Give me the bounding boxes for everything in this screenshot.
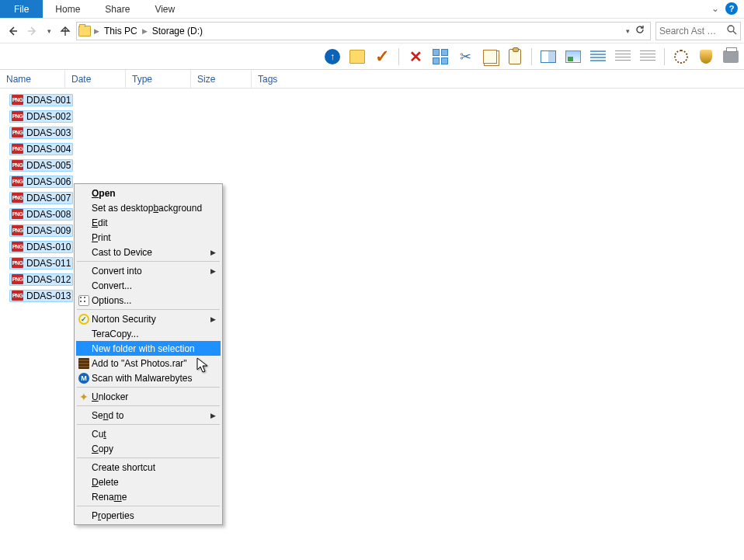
ctx-copy[interactable]: Copy [76,441,221,456]
submenu-arrow-icon: ▶ [210,267,216,275]
column-name[interactable]: Name [0,70,65,88]
file-item[interactable]: PNGDDAS-002 [9,108,744,124]
file-name: DDAS-005 [26,160,71,171]
png-icon: PNG [12,225,23,235]
ctx-add-to-rar[interactable]: Add to "Ast Photos.rar" [76,356,221,370]
details-view-icon[interactable] [639,48,656,65]
ctx-teracopy[interactable]: TeraCopy... [76,326,221,341]
png-icon: PNG [12,209,23,219]
ctx-rename[interactable]: Rename [76,489,221,504]
unlocker-icon: ✦ [78,391,90,403]
ctx-norton-security[interactable]: Norton Security▶ [76,311,221,326]
file-name: DDAS-013 [26,290,71,301]
paste-icon[interactable] [506,48,523,65]
select-all-icon[interactable] [432,48,449,65]
address-bar[interactable]: ▶ This PC ▶ Storage (D:) ▾ [76,22,651,40]
search-box[interactable]: Search Ast … [655,22,741,40]
file-name: DDAS-001 [26,95,71,106]
column-date[interactable]: Date [65,70,126,88]
preview-pane-icon[interactable] [540,48,557,65]
tab-view[interactable]: View [142,0,187,18]
column-tags[interactable]: Tags [252,70,312,88]
file-name: DDAS-007 [26,193,71,203]
png-icon: PNG [12,242,23,252]
refresh-button[interactable] [634,24,645,37]
new-folder-icon[interactable] [349,48,366,65]
ctx-convert[interactable]: Convert... [76,278,221,293]
malwarebytes-icon: M [78,372,90,384]
ctx-options[interactable]: Options... [76,293,221,308]
print-icon[interactable] [722,48,739,65]
png-icon: PNG [12,111,23,121]
png-icon: PNG [12,144,23,154]
ctx-separator [77,506,220,506]
ctx-cut[interactable]: Cut [76,426,221,441]
ctx-new-folder-with-selection[interactable]: New folder with selection [76,341,221,356]
list-view-icon[interactable] [614,48,631,65]
column-type[interactable]: Type [126,70,191,88]
file-name: DDAS-003 [26,127,71,138]
ctx-scan-malwarebytes[interactable]: MScan with Malwarebytes [76,370,221,385]
file-item[interactable]: PNGDDAS-001 [9,92,744,108]
ctx-separator [77,309,220,310]
ctx-unlocker[interactable]: ✦Unlocker [76,389,221,404]
up-button[interactable] [56,22,75,40]
medium-icons-view-icon[interactable] [589,48,607,65]
png-icon: PNG [12,290,23,301]
submenu-arrow-icon: ▶ [210,249,216,256]
file-name: DDAS-010 [26,242,71,252]
folder-icon [78,26,91,37]
back-button[interactable] [3,22,22,40]
file-name: DDAS-008 [26,209,71,220]
security-icon[interactable] [697,48,714,65]
png-icon: PNG [12,95,23,105]
separator [664,48,665,65]
rar-icon [78,357,90,370]
file-name: DDAS-002 [26,111,71,122]
file-name: DDAS-011 [26,258,71,269]
ctx-delete[interactable]: Delete [76,475,221,489]
address-dropdown-icon[interactable]: ▾ [626,27,630,35]
delete-icon[interactable]: ✕ [407,48,424,65]
file-item[interactable]: PNGDDAS-004 [9,141,744,157]
cut-icon[interactable]: ✂ [457,48,474,65]
check-icon[interactable]: ✓ [374,48,391,65]
crumb-drive[interactable]: Storage (D:) [151,26,204,37]
ribbon-tabs: File Home Share View ⌄ ? [0,0,744,19]
help-icon[interactable]: ? [725,2,738,15]
toolbar: ↑ ✓ ✕ ✂ [0,43,744,70]
tab-share[interactable]: Share [92,0,142,18]
file-name: DDAS-012 [26,274,71,285]
ctx-create-shortcut[interactable]: Create shortcut [76,460,221,475]
forward-button[interactable] [23,22,42,40]
copy-icon[interactable] [482,48,499,65]
png-icon: PNG [12,193,23,203]
ctx-convert-into[interactable]: Convert into▶ [76,263,221,278]
png-icon: PNG [12,160,23,170]
norton-icon [78,313,90,325]
search-placeholder: Search Ast … [659,26,716,37]
ctx-cast-to-device[interactable]: Cast to Device▶ [76,245,221,259]
file-item[interactable]: PNGDDAS-003 [9,124,744,141]
level-up-icon[interactable]: ↑ [324,48,341,65]
ctx-print[interactable]: Print [76,230,221,245]
tab-home[interactable]: Home [43,0,92,18]
column-size[interactable]: Size [191,70,252,88]
ctx-open[interactable]: Open [76,186,221,200]
ctx-set-desktop-background[interactable]: Set as desktop background [76,200,221,215]
ctx-edit[interactable]: Edit [76,215,221,230]
ribbon-minimize-icon[interactable]: ⌄ [711,3,719,14]
ctx-send-to[interactable]: Send to▶ [76,408,221,423]
column-headers: Name Date Type Size Tags [0,70,744,89]
recent-locations-button[interactable]: ▾ [43,22,54,40]
options-icon[interactable] [673,48,690,65]
file-name: DDAS-004 [26,144,71,155]
file-name: DDAS-009 [26,225,71,236]
crumb-this-pc[interactable]: This PC [103,26,139,37]
large-icons-view-icon[interactable] [565,48,582,65]
file-item[interactable]: PNGDDAS-005 [9,157,744,173]
tab-file[interactable]: File [0,0,43,18]
ctx-properties[interactable]: Properties [76,508,221,523]
separator [531,48,532,65]
separator [398,48,399,65]
